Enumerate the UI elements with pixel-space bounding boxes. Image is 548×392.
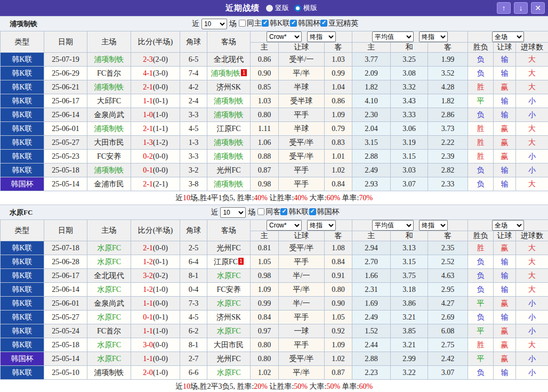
score-cell: 1-1(0-0) xyxy=(131,297,180,311)
match-date-cell: 25-06-29 xyxy=(44,67,87,80)
goals-result-cell: 大 xyxy=(516,283,548,297)
away-team-cell: 浦项制铁1 xyxy=(207,67,251,80)
filter-checkbox[interactable]: 韩K联 xyxy=(280,207,309,217)
goals-result-value: 小 xyxy=(528,97,536,105)
recent-count-select[interactable]: 10 xyxy=(220,207,246,218)
score-cell: 1-1(1-0) xyxy=(131,324,180,338)
summary-part: 70% xyxy=(359,194,373,202)
col-type: 类型 xyxy=(1,31,44,53)
away-odds-cell: 0.99 xyxy=(325,67,352,80)
average-select[interactable]: 平均值 xyxy=(372,31,414,42)
goals-result-value: 大 xyxy=(528,69,536,77)
away-team-name: 光州FC xyxy=(216,355,240,363)
handicap-result-cell: 输 xyxy=(494,94,516,108)
final-average-select[interactable]: 终指 xyxy=(419,220,448,231)
avg-home-cell: 2.30 xyxy=(352,108,391,122)
filter-checkbox[interactable]: 同客 xyxy=(257,207,280,217)
away-team-name: 光州FC xyxy=(216,166,240,174)
goals-result-value: 小 xyxy=(528,327,536,335)
filter-checkbox[interactable]: 同主 xyxy=(239,19,262,28)
summary-part: 10 xyxy=(183,382,190,390)
corner-cell: 4-5 xyxy=(180,311,207,324)
avg-home-cell: 3.15 xyxy=(352,136,391,150)
handicap-result-value: 输 xyxy=(501,111,509,119)
halftime-score: (0-1) xyxy=(153,258,168,266)
home-odds-cell: 1.05 xyxy=(251,255,279,269)
goals-result-value: 大 xyxy=(528,272,536,280)
filter-checkbox[interactable]: 亚冠精英 xyxy=(320,19,358,28)
recent-count-select[interactable]: 10 xyxy=(202,19,227,29)
avg-away-cell: 2.22 xyxy=(428,136,468,150)
goals-result-value: 大 xyxy=(528,138,536,146)
away-odds-cell: 0.90 xyxy=(325,297,352,311)
bookmaker-select[interactable]: Crow* xyxy=(267,31,302,42)
goals-result-cell: 大 xyxy=(516,136,548,150)
matches-body: 韩K联 25-07-19 浦项制铁 2-3(2-0) 6-5 全北现代 0.86… xyxy=(1,53,548,191)
match-date-cell: 25-06-17 xyxy=(44,269,87,283)
sub-winlose: 胜负 xyxy=(468,231,494,241)
scope-select[interactable]: 全场 xyxy=(492,220,524,231)
halftime-score: (2-1) xyxy=(153,180,168,188)
final-average-select[interactable]: 终指 xyxy=(419,31,448,42)
col-away: 客场 xyxy=(207,31,251,53)
home-odds-cell: 1.02 xyxy=(251,366,279,380)
goals-result-cell: 大 xyxy=(516,255,548,269)
goals-result-cell: 大 xyxy=(516,338,548,352)
winlose-value: 负 xyxy=(477,55,485,63)
avg-away-cell: 4.28 xyxy=(428,80,468,94)
sub-handicap: 让球 xyxy=(279,231,325,241)
sub-avg-draw: 和 xyxy=(391,43,428,53)
filter-checkbox[interactable]: 韩国杯 xyxy=(309,207,340,217)
handicap-result-cell: 输 xyxy=(494,311,516,324)
handicap-result-cell: 赢 xyxy=(494,136,516,150)
corner-cell: 0-4 xyxy=(180,283,207,297)
match-row: 韩国杯 25-05-14 水原FC 1-1(0-0) 2-7 光州FC 0.80… xyxy=(1,352,548,366)
home-odds-cell: 0.80 xyxy=(251,338,279,352)
away-team-name: 水原FC xyxy=(216,369,240,377)
final-odds-select[interactable]: 终指 xyxy=(307,220,336,231)
final-odds-select[interactable]: 终指 xyxy=(307,31,336,42)
away-team-cell: 光州FC xyxy=(207,352,251,366)
handicap-result-cell: 输 xyxy=(494,269,516,283)
winlose-value: 负 xyxy=(477,69,485,77)
checkbox-label: 韩国杯 xyxy=(317,207,340,217)
move-up-button[interactable]: ↑ xyxy=(497,2,511,14)
goals-result-value: 大 xyxy=(528,125,536,133)
sub-avg-draw: 和 xyxy=(391,231,428,241)
winlose-value: 胜 xyxy=(477,152,485,160)
goals-result-cell: 大 xyxy=(516,80,548,94)
match-type-cell: 韩K联 xyxy=(1,80,44,94)
handicap-cell: 平/半 xyxy=(279,283,325,297)
avg-home-cell: 2.09 xyxy=(352,67,391,80)
radio-label: 横版 xyxy=(303,3,317,13)
match-type-cell: 韩K联 xyxy=(1,67,44,80)
winlose-value: 胜 xyxy=(477,125,485,133)
away-team-cell: 光州FC xyxy=(207,241,251,255)
winlose-cell: 胜 xyxy=(468,241,494,255)
fulltime-score: 1-1 xyxy=(143,327,153,335)
layout-radio-option[interactable]: 横版 xyxy=(294,3,317,13)
avg-away-cell: 2.75 xyxy=(428,338,468,352)
filter-checkbox[interactable]: 韩国杯 xyxy=(290,19,320,28)
move-down-button[interactable]: ↓ xyxy=(514,2,528,14)
winlose-value: 负 xyxy=(477,272,485,280)
goals-result-value: 小 xyxy=(528,152,536,160)
col-type: 类型 xyxy=(1,220,44,241)
filter-checkbox[interactable]: 韩K联 xyxy=(262,19,290,28)
bookmaker-select[interactable]: Crow* xyxy=(267,220,302,231)
winlose-value: 负 xyxy=(477,166,485,174)
fulltime-score: 1-2 xyxy=(143,285,153,293)
summary-part: 大率: xyxy=(308,382,326,390)
handicap-result-cell: 输 xyxy=(494,283,516,297)
home-odds-cell: 0.98 xyxy=(251,269,279,283)
scope-select[interactable]: 全场 xyxy=(492,31,524,42)
close-button[interactable]: ✕ xyxy=(531,2,545,14)
average-select[interactable]: 平均值 xyxy=(372,220,414,231)
goals-result-cell: 小 xyxy=(516,150,548,164)
fulltime-score: 0-1 xyxy=(143,313,153,321)
goals-result-value: 小 xyxy=(528,166,536,174)
layout-radio-option[interactable]: 竖版 xyxy=(266,3,289,13)
goals-result-value: 小 xyxy=(528,299,536,307)
away-team-name: 浦项制铁 xyxy=(214,152,244,160)
home-team-cell: 水原FC xyxy=(87,352,131,366)
